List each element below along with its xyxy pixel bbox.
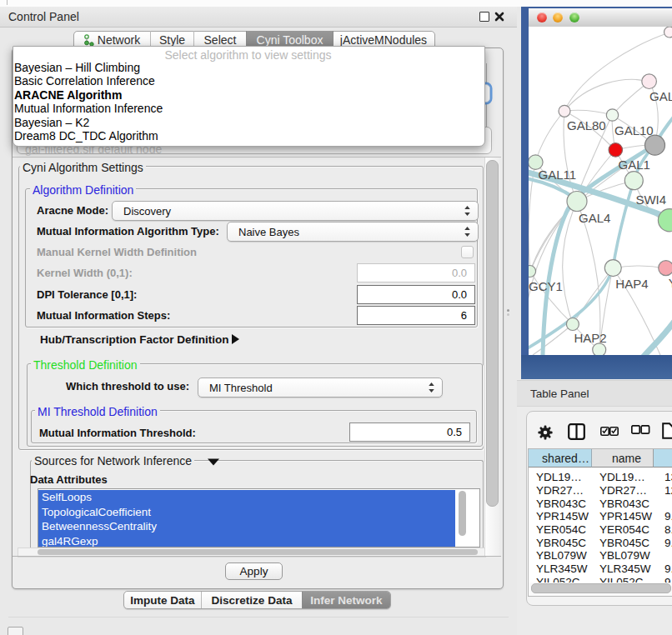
svg-text:GCY1: GCY1 (529, 279, 563, 293)
svg-text:GAL10: GAL10 (614, 123, 654, 138)
svg-text:GAL1: GAL1 (619, 158, 650, 172)
svg-text:Y: Y (669, 276, 672, 290)
svg-text:GAL11: GAL11 (539, 168, 577, 182)
svg-text:GAL80: GAL80 (567, 118, 606, 132)
svg-text:HAP4: HAP4 (615, 277, 648, 291)
svg-text:SWI4: SWI4 (635, 192, 666, 207)
svg-text:GAL7: GAL7 (649, 89, 672, 103)
svg-text:GAL4: GAL4 (579, 211, 610, 225)
svg-text:HAP2: HAP2 (574, 331, 606, 345)
